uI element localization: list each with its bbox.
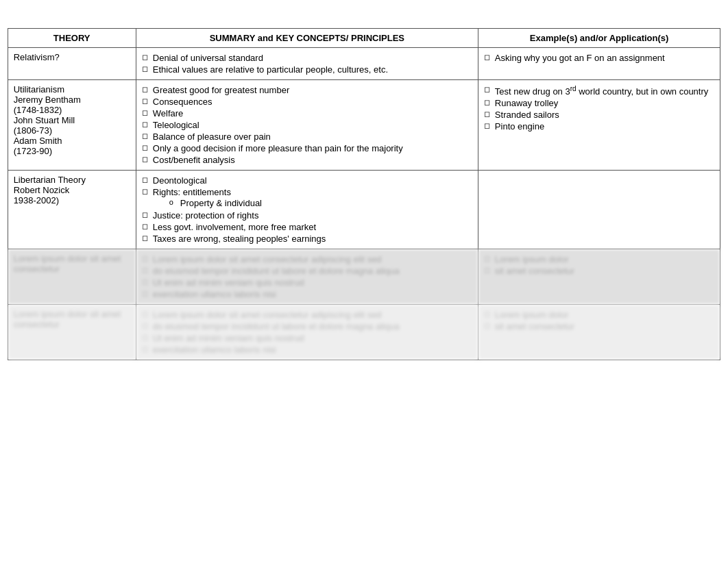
table-row: Libertarian TheoryRobert Nozick1938-2002… — [8, 171, 720, 249]
table-header-row: THEORY SUMMARY and KEY CONCEPTS/ PRINCIP… — [8, 29, 720, 48]
example-item: Test new drug on 3rd world country, but … — [484, 84, 715, 97]
summary-item: Consequences — [142, 96, 472, 108]
examples-cell: Lorem ipsum dolorsit amet consectetur — [478, 249, 720, 305]
summary-item: Ethical values are relative to particula… — [142, 64, 472, 75]
summary-item: Only a good decision if more pleasure th… — [142, 142, 472, 154]
table-row: Relativism?Denial of universal standardE… — [8, 48, 720, 80]
summary-item: Rights: entitlementsProperty & individua… — [142, 186, 472, 210]
summary-sub-item: Property & individual — [169, 197, 472, 209]
summary-item: Denial of universal standard — [142, 52, 472, 64]
example-item: Stranded sailors — [484, 109, 715, 121]
name-field — [0, 0, 728, 21]
summary-item: Justice: protection of rights — [142, 210, 472, 221]
examples-cell: Test new drug on 3rd world country, but … — [478, 80, 720, 171]
theory-cell: Lorem ipsum dolor sit amet consectetur — [8, 249, 136, 305]
summary-item: Greatest good for greatest number — [142, 84, 472, 96]
examples-cell: Asking why you got an F on an assignment — [478, 48, 720, 80]
summary-cell: Lorem ipsum dolor sit amet consectetur a… — [136, 249, 478, 305]
theory-cell: Libertarian TheoryRobert Nozick1938-2002… — [8, 171, 136, 249]
examples-cell — [478, 171, 720, 249]
theory-cell: UtilitarianismJeremy Bentham(1748-1832)J… — [8, 80, 136, 171]
theory-cell: Lorem ipsum dolor sit amet consectetur — [8, 305, 136, 360]
summary-cell: Greatest good for greatest numberConsequ… — [136, 80, 478, 171]
summary-item: Deontological — [142, 175, 472, 186]
example-item: Pinto engine — [484, 121, 715, 132]
ethics-chart-table: THEORY SUMMARY and KEY CONCEPTS/ PRINCIP… — [8, 28, 721, 360]
summary-item: Balance of pleasure over pain — [142, 131, 472, 142]
col-header-examples: Example(s) and/or Application(s) — [478, 29, 720, 48]
col-header-theory: THEORY — [8, 29, 136, 48]
example-item: Asking why you got an F on an assignment — [484, 52, 715, 64]
table-row: Lorem ipsum dolor sit amet consecteturLo… — [8, 305, 720, 360]
summary-item: Cost/benefit analysis — [142, 154, 472, 166]
table-row: Lorem ipsum dolor sit amet consecteturLo… — [8, 249, 720, 305]
col-header-summary: SUMMARY and KEY CONCEPTS/ PRINCIPLES — [136, 29, 478, 48]
summary-cell: DeontologicalRights: entitlementsPropert… — [136, 171, 478, 249]
summary-item: Teleological — [142, 119, 472, 131]
summary-item: Welfare — [142, 108, 472, 119]
table-row: UtilitarianismJeremy Bentham(1748-1832)J… — [8, 80, 720, 171]
summary-item: Taxes are wrong, stealing peoples' earni… — [142, 233, 472, 245]
summary-item: Less govt. involvement, more free market — [142, 221, 472, 233]
theory-cell: Relativism? — [8, 48, 136, 80]
summary-cell: Denial of universal standardEthical valu… — [136, 48, 478, 80]
examples-cell: Lorem ipsum dolorsit amet consectetur — [478, 305, 720, 360]
page-header — [0, 21, 728, 28]
summary-cell: Lorem ipsum dolor sit amet consectetur a… — [136, 305, 478, 360]
example-item: Runaway trolley — [484, 97, 715, 109]
